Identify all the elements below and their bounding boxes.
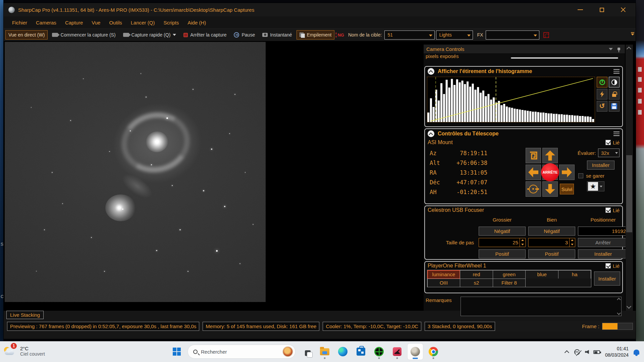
spin-down-icon[interactable]: [571, 244, 574, 245]
minimize-button[interactable]: [575, 5, 585, 14]
menu-item-lancer-q[interactable]: Lancer (Q): [126, 18, 159, 27]
filter-button-blue[interactable]: blue: [525, 270, 558, 279]
focuser-stop-button[interactable]: Arrêter: [578, 238, 628, 247]
menu-item-cameras[interactable]: Cameras: [32, 18, 61, 27]
park-checkbox[interactable]: [578, 173, 583, 178]
menu-item-capture[interactable]: Capture: [61, 18, 87, 27]
taskbar-app-sharpcap[interactable]: [408, 344, 423, 360]
menu-item-aide-h[interactable]: Aide (H): [183, 18, 210, 27]
slew-left-button[interactable]: [526, 165, 541, 180]
taskbar-app-astro-app[interactable]: [389, 344, 405, 360]
pin-icon[interactable]: [618, 48, 620, 50]
battery-icon[interactable]: [593, 350, 600, 354]
scroll-up-icon[interactable]: [627, 47, 631, 51]
fine-step-spinner[interactable]: 3: [528, 238, 575, 247]
dock-menu-icon[interactable]: [609, 48, 613, 50]
snapshot-button[interactable]: Instantané: [259, 30, 295, 40]
menu-item-scripts[interactable]: Scripts: [159, 18, 183, 27]
notifications-bell-icon[interactable]: [634, 350, 639, 355]
no-internet-icon[interactable]: [574, 349, 580, 355]
display-stretch-button[interactable]: [609, 77, 620, 87]
clipped-slider[interactable]: [511, 57, 618, 59]
target-name-select[interactable]: 51: [384, 31, 435, 40]
spin-down-icon[interactable]: [521, 244, 524, 245]
position-input[interactable]: 19192: [578, 227, 628, 236]
rate-select[interactable]: 32x: [598, 148, 620, 157]
mount-linked-checkbox[interactable]: [605, 140, 611, 145]
filterwheel-install-button[interactable]: Installer: [594, 272, 620, 286]
scroll-down-icon[interactable]: [617, 311, 621, 315]
slew-up-button[interactable]: [542, 148, 558, 163]
filter-button-luminance[interactable]: luminance: [427, 270, 461, 279]
menu-item-vue[interactable]: Vue: [87, 18, 105, 27]
reset-stretch-button[interactable]: ↺: [597, 101, 607, 112]
section-menu-icon[interactable]: [613, 130, 620, 137]
maximize-button[interactable]: [597, 5, 607, 14]
live-stack-button[interactable]: Empilement: [297, 30, 335, 40]
search-highlight-image[interactable]: [282, 346, 293, 357]
tracking-button[interactable]: Suivi: [560, 184, 574, 194]
filter-button-filter-8[interactable]: Filter 8: [493, 279, 526, 287]
scrollbar-thumb[interactable]: [626, 155, 632, 232]
taskbar-app-file-explorer[interactable]: [317, 344, 332, 360]
focuser-install-button[interactable]: Installer: [578, 249, 628, 258]
pause-button[interactable]: Pause: [231, 30, 258, 40]
quick-capture-button[interactable]: Capture rapide (Q): [120, 30, 179, 40]
goto-target-button[interactable]: [526, 181, 541, 197]
spiral-search-button[interactable]: [526, 148, 541, 163]
collapse-icon[interactable]: [428, 130, 434, 137]
volume-muted-icon[interactable]: ✕: [585, 350, 588, 354]
save-stretch-button[interactable]: [609, 101, 620, 112]
taskbar-app-chrome[interactable]: [426, 344, 441, 360]
section-menu-icon[interactable]: [613, 68, 620, 75]
histogram-plot[interactable]: [427, 77, 595, 122]
taskbar-app-phd2[interactable]: [371, 344, 387, 360]
stretch-enable-button[interactable]: [597, 77, 607, 87]
menu-item-outils[interactable]: Outils: [105, 18, 126, 27]
filter-button-green[interactable]: green: [493, 270, 526, 279]
scroll-up-icon[interactable]: [617, 298, 621, 301]
search-box[interactable]: Rechercher: [187, 345, 296, 359]
auto-stretch-button[interactable]: [597, 89, 607, 100]
taskbar-app-ms-store[interactable]: [353, 344, 369, 360]
fine-negative-button[interactable]: Négatif: [528, 227, 575, 236]
slew-right-button[interactable]: [559, 165, 575, 180]
coarse-step-spinner[interactable]: 25: [479, 238, 526, 247]
hidden-icons-chevron[interactable]: [565, 350, 569, 355]
filterwheel-linked-checkbox[interactable]: [605, 263, 611, 268]
filter-button-oiii[interactable]: OIII: [427, 279, 461, 287]
clock[interactable]: 01:41 08/03/2024: [605, 346, 629, 358]
frame-type-select[interactable]: Lights: [436, 31, 473, 40]
filter-button-red[interactable]: red: [460, 270, 493, 279]
start-capture-button[interactable]: Commencer la capture (S): [49, 30, 118, 40]
menu-item-fichier[interactable]: Fichier: [8, 18, 32, 27]
spin-up-icon[interactable]: [521, 239, 524, 241]
fine-positive-button[interactable]: Positif: [528, 249, 575, 258]
coarse-positive-button[interactable]: Positif: [479, 249, 526, 258]
filter-button-ha[interactable]: ha: [558, 270, 591, 279]
scroll-down-icon[interactable]: [627, 304, 631, 309]
star-catalog-button[interactable]: ★: [587, 181, 604, 191]
spin-up-icon[interactable]: [571, 239, 574, 241]
toolbar-overflow-button[interactable]: [631, 32, 634, 36]
live-stacking-tab[interactable]: Live Stacking: [6, 311, 44, 319]
collapse-icon[interactable]: [428, 68, 434, 75]
start-button[interactable]: [169, 344, 184, 360]
lock-stretch-button[interactable]: [609, 89, 620, 100]
panel-scrollbar[interactable]: [626, 45, 633, 311]
close-button[interactable]: [618, 5, 628, 14]
selection-area-icon[interactable]: [543, 32, 549, 38]
fx-select[interactable]: [486, 31, 539, 40]
live-view-button[interactable]: Vue en direct (W): [5, 30, 48, 40]
weather-widget[interactable]: 1 2°C Ciel couvert: [3, 344, 45, 358]
notes-textarea[interactable]: [461, 297, 622, 316]
coarse-negative-button[interactable]: Négatif: [479, 227, 526, 236]
taskbar-app-edge[interactable]: [335, 344, 351, 360]
focuser-linked-checkbox[interactable]: [605, 207, 611, 213]
mount-stop-button[interactable]: ARRÊTE: [541, 163, 559, 181]
taskbar-app-task-view[interactable]: [299, 344, 314, 360]
slew-down-button[interactable]: [542, 181, 558, 197]
filter-button-s2[interactable]: s2: [460, 279, 493, 287]
mount-install-button[interactable]: Installer: [587, 161, 614, 170]
stop-capture-button[interactable]: Arrêter la capture: [180, 30, 229, 40]
